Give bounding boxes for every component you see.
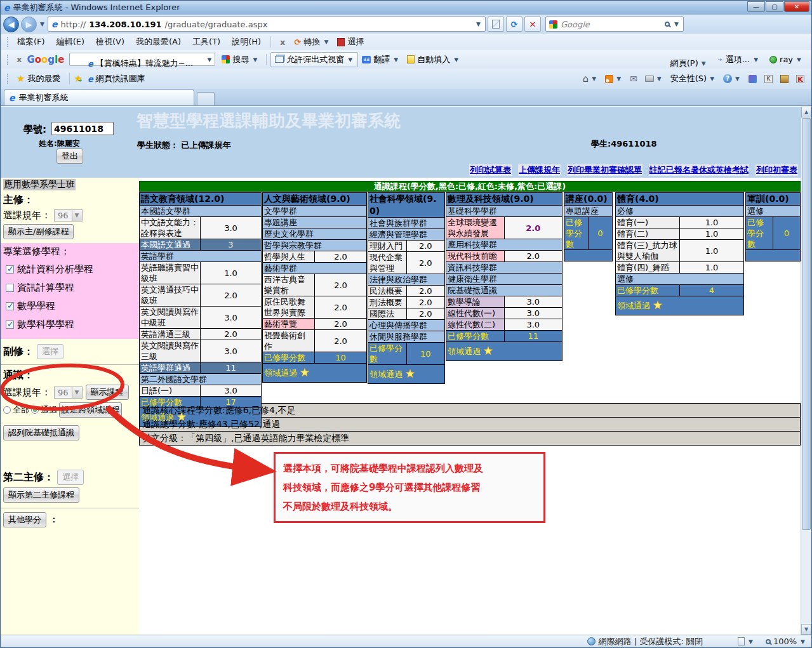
popup-blocker-button[interactable]: 允許彈出式視窗 ▼ [270,52,358,67]
maximize-button[interactable]: ▢ [766,1,783,12]
checkbox[interactable] [6,265,14,274]
course-label: 理財入門 [368,241,407,252]
vertical-scrollbar[interactable]: ▲ ▼ [801,107,811,635]
major-year-select[interactable]: 96▼ [54,209,83,222]
program-checkbox-row[interactable]: 數學科學學程 [3,315,136,334]
stop-button[interactable]: ✕ [524,17,541,32]
ge-year-select[interactable]: 96▼ [54,387,83,399]
close-button[interactable]: ✕ [784,1,809,12]
chevron-down-icon: ▼ [590,76,597,82]
course-credits: 2.0 [406,308,445,320]
print-link[interactable]: 註記已報名暑休或英檢考試 [649,164,749,176]
help-button[interactable]: ?▼ [720,72,744,85]
cross-domain-button[interactable]: 設定跨領域課程 [59,402,122,418]
print-link[interactable]: 列印初審表 [755,164,798,176]
tab-graduation-system[interactable]: e 畢業初審系統 [4,89,194,105]
chevron-down-icon: ▼ [251,56,258,63]
new-tab-button[interactable] [197,92,215,105]
back-button[interactable]: ◀ [3,17,19,32]
print-link[interactable]: 列印試算表 [469,164,512,176]
forward-button[interactable]: ▶ [21,17,37,32]
separator [69,73,70,84]
google-search-button[interactable]: 搜尋 ▼ [218,53,262,67]
select-menu[interactable]: 選擇 [333,35,368,49]
major-label: 主修： [3,194,136,207]
course-label: 英語溝通三級 [140,329,201,340]
menu-item[interactable]: 檔案(F) [11,35,51,48]
second-major-select-button[interactable]: 選擇 [57,470,84,485]
zoom-control[interactable]: 100% ▼ [766,637,806,646]
minimize-button[interactable]: — [747,1,765,12]
autofill-button[interactable]: 自動填入 ▼ [403,53,463,67]
toolbar-close-icon[interactable]: x [275,37,290,47]
program-checkbox-row[interactable]: 數學學程 [3,297,136,315]
feeds-button[interactable]: ▼ [602,73,625,85]
scroll-up-icon[interactable]: ▲ [801,107,811,117]
scrollbar-thumb[interactable] [802,118,811,530]
group-label: 專題講座 [263,217,367,228]
compatibility-button[interactable] [488,17,504,32]
antivirus-button[interactable]: K [793,73,808,85]
table-row: 法律與政治學群 [368,274,445,286]
onenote-button[interactable]: K [761,73,776,85]
convert-menu[interactable]: ⟳ 轉換 ▼ [290,35,333,49]
help-icon: ? [723,74,732,83]
search-box[interactable]: Google ▼ [545,17,684,32]
favorite-link[interactable]: e【賞楓特惠】韓流魅力~... [83,56,198,71]
show-ge-courses-button[interactable]: 顯示課程 [86,385,129,400]
menu-item[interactable]: 說明(H) [226,35,267,48]
print-button[interactable]: ▼ [642,74,666,84]
convert-icon: ⟳ [294,37,301,47]
student-id-input[interactable] [51,122,114,135]
print-link[interactable]: 上傳課規年 [518,164,561,176]
table-row: 線性代數(一)3.0 [446,308,562,319]
favorites-button[interactable]: ★ 我的最愛 [11,71,65,86]
group-label: 選修 [616,274,744,285]
menu-item[interactable]: 工具(T) [187,35,226,48]
menu-item[interactable]: 編輯(E) [51,35,90,48]
chevron-down-icon[interactable]: ▼ [206,56,213,63]
research-button[interactable] [777,73,792,85]
radio-all[interactable] [3,406,11,414]
course-label: 全球環境變遷與永續發展 [446,217,505,239]
security-zone: 網際網路 | 受保護模式: 關閉 [587,636,703,647]
program-checkbox-row[interactable]: 統計資料分析學程 [3,260,136,279]
read-mail-button[interactable]: ✉ [627,72,641,86]
minor-select-button[interactable]: 選擇 [37,344,63,359]
command-menu[interactable]: 安全性(S)▼ [667,71,719,86]
program-checkbox-row[interactable]: 資訊計算學程 [3,279,136,297]
show-second-major-button[interactable]: 顯示第二主修課程 [3,487,79,503]
page-mode-icon[interactable] [738,637,745,645]
table-row: 視覺藝術創作2.0 [263,330,367,352]
google-toolbar-close-icon[interactable]: x [11,55,27,64]
course-label: 哲學與人生 [263,251,315,263]
search-icon[interactable] [665,22,670,27]
logout-button[interactable]: 登出 [57,149,83,164]
menu-item[interactable]: 檢視(V) [90,35,130,48]
radio-passed[interactable] [31,406,39,414]
messenger-button[interactable] [745,73,760,85]
add-favorite-icon[interactable]: ★ [74,73,82,84]
recognize-college-basic-button[interactable]: 認列院基礎抵通識 [3,425,79,440]
chevron-down-icon[interactable]: ▼ [747,638,754,645]
checkbox[interactable] [6,302,14,310]
other-credits-button[interactable]: 其他學分 [3,512,46,527]
scroll-down-icon[interactable]: ▼ [801,624,811,635]
print-link[interactable]: 列印畢業初審確認單 [567,164,642,176]
refresh-button[interactable]: ⟳ [506,17,522,32]
translate-button[interactable]: aa 翻譯 ▼ [358,53,403,67]
url-dropdown-icon[interactable]: ▼ [475,21,482,27]
table-row: 本國語文通過3 [140,239,262,251]
command-menu[interactable]: 網頁(P)▼ [667,56,719,71]
checkbox[interactable] [6,321,14,329]
menu-item[interactable]: 我的最愛(A) [130,35,187,48]
show-major-courses-button[interactable]: 顯示主/副修課程 [3,224,74,239]
credits-value: 10 [406,343,445,365]
url-field[interactable]: e http://134.208.10.191/graduate/graduat… [48,17,486,32]
favorite-link[interactable]: e網頁快訊圖庫 [83,71,198,86]
checkbox[interactable] [6,284,14,292]
table-row: 社會科學領域(9.0) [368,193,445,218]
history-chevron-icon[interactable]: ▼ [39,21,46,27]
search-dropdown-icon[interactable]: ▼ [673,21,680,27]
home-button[interactable]: ⌂▼ [580,71,601,86]
